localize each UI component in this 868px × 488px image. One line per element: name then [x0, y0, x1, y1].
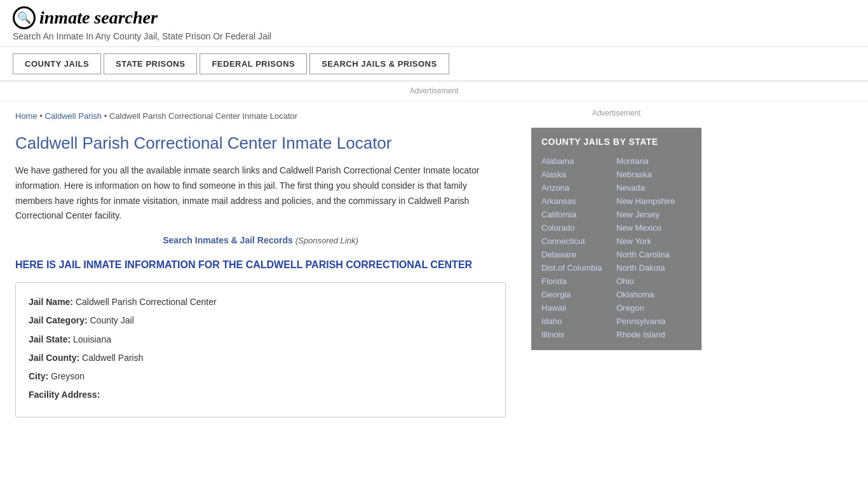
state-link[interactable]: North Carolina: [616, 248, 691, 261]
sponsored-label: (Sponsored Link): [295, 236, 358, 245]
section-heading: HERE IS JAIL INMATE INFORMATION FOR THE …: [15, 259, 506, 271]
jail-city-row: City: Greyson: [29, 369, 492, 384]
search-inmates-link[interactable]: Search Inmates & Jail Records: [163, 235, 293, 245]
jail-category-row: Jail Category: County Jail: [29, 313, 492, 329]
jail-name-value-text: Caldwell Parish Correctional Center: [76, 297, 217, 307]
description: We have gathered for you all the availab…: [15, 163, 506, 224]
breadcrumb: Home • Caldwell Parish • Caldwell Parish…: [15, 111, 506, 121]
state-col-left: AlabamaAlaskaArizonaArkansasCaliforniaCo…: [541, 154, 616, 341]
state-link[interactable]: New Hampshire: [616, 194, 691, 208]
state-link[interactable]: North Dakota: [616, 261, 691, 274]
state-link[interactable]: New York: [616, 234, 691, 248]
search-link-area: Search Inmates & Jail Records (Sponsored…: [15, 235, 506, 245]
state-link[interactable]: Georgia: [541, 288, 616, 301]
state-link[interactable]: Rhode Island: [616, 328, 691, 341]
nav-state-prisons[interactable]: STATE PRISONS: [104, 53, 197, 74]
state-link[interactable]: Alaska: [541, 168, 616, 181]
state-link[interactable]: Delaware: [541, 248, 616, 261]
jail-category-value-text: County Jail: [90, 315, 133, 325]
logo-area: 🔍 inmate searcher: [13, 6, 855, 29]
state-link[interactable]: Nevada: [616, 181, 691, 194]
breadcrumb-current: Caldwell Parish Correctional Center Inma…: [109, 111, 297, 121]
jail-county-row: Jail County: Caldwell Parish: [29, 350, 492, 366]
state-link[interactable]: Dist.of Columbia: [541, 261, 616, 274]
state-box: COUNTY JAILS BY STATE AlabamaAlaskaArizo…: [531, 128, 702, 350]
state-link[interactable]: Florida: [541, 274, 616, 288]
jail-city-label: City:: [29, 371, 48, 381]
nav-county-jails[interactable]: COUNTY JAILS: [13, 53, 101, 74]
breadcrumb-sep2: •: [104, 111, 109, 121]
ad-bar: Advertisement: [0, 81, 868, 101]
jail-county-label: Jail County:: [29, 353, 79, 363]
state-link[interactable]: Alabama: [541, 154, 616, 168]
state-link[interactable]: Nebraska: [616, 168, 691, 181]
state-link[interactable]: New Mexico: [616, 221, 691, 234]
logo-searcher: searcher: [90, 8, 158, 27]
content-wrapper: Home • Caldwell Parish • Caldwell Parish…: [0, 101, 868, 428]
state-link[interactable]: Illinois: [541, 328, 616, 341]
breadcrumb-parish[interactable]: Caldwell Parish: [44, 111, 102, 121]
jail-address-label: Facility Address:: [29, 390, 100, 400]
main-content: Home • Caldwell Parish • Caldwell Parish…: [0, 101, 521, 428]
state-link[interactable]: Arkansas: [541, 194, 616, 208]
jail-address-row: Facility Address:: [29, 387, 492, 403]
state-link[interactable]: Ohio: [616, 274, 691, 288]
jail-name-row: Jail Name: Caldwell Parish Correctional …: [29, 294, 492, 310]
state-link[interactable]: Idaho: [541, 315, 616, 328]
jail-state-label: Jail State:: [29, 334, 71, 344]
state-link[interactable]: New Jersey: [616, 208, 691, 221]
state-link[interactable]: California: [541, 208, 616, 221]
jail-city-value-text: Greyson: [51, 371, 85, 381]
state-link[interactable]: Arizona: [541, 181, 616, 194]
tagline: Search An Inmate In Any County Jail, Sta…: [13, 31, 855, 41]
state-col-right: MontanaNebraskaNevadaNew HampshireNew Je…: [616, 154, 691, 341]
logo-inmate: inmate: [39, 8, 90, 27]
sidebar-ad: Advertisement: [531, 109, 702, 118]
breadcrumb-home[interactable]: Home: [15, 111, 37, 121]
nav-bar: COUNTY JAILS STATE PRISONS FEDERAL PRISO…: [0, 47, 868, 81]
state-box-title: COUNTY JAILS BY STATE: [541, 137, 691, 147]
info-box: Jail Name: Caldwell Parish Correctional …: [15, 282, 506, 417]
state-link[interactable]: Colorado: [541, 221, 616, 234]
state-link[interactable]: Connecticut: [541, 234, 616, 248]
logo-text: inmate searcher: [39, 8, 158, 28]
state-columns: AlabamaAlaskaArizonaArkansasCaliforniaCo…: [541, 154, 691, 341]
nav-search-jails[interactable]: SEARCH JAILS & PRISONS: [309, 53, 449, 74]
state-link[interactable]: Oklahoma: [616, 288, 691, 301]
logo-icon: 🔍: [13, 6, 36, 29]
state-link[interactable]: Montana: [616, 154, 691, 168]
state-link[interactable]: Pennsylvania: [616, 315, 691, 328]
jail-name-label: Jail Name:: [29, 297, 73, 307]
sidebar: Advertisement COUNTY JAILS BY STATE Alab…: [521, 101, 712, 428]
jail-county-value-text: Caldwell Parish: [82, 353, 143, 363]
header: 🔍 inmate searcher Search An Inmate In An…: [0, 0, 868, 47]
state-link[interactable]: Oregon: [616, 301, 691, 315]
jail-state-value-text: Louisiana: [73, 334, 111, 344]
state-link[interactable]: Hawaii: [541, 301, 616, 315]
page-title: Caldwell Parish Correctional Center Inma…: [15, 133, 506, 153]
nav-federal-prisons[interactable]: FEDERAL PRISONS: [200, 53, 307, 74]
jail-state-row: Jail State: Louisiana: [29, 332, 492, 348]
jail-category-label: Jail Category:: [29, 315, 88, 325]
